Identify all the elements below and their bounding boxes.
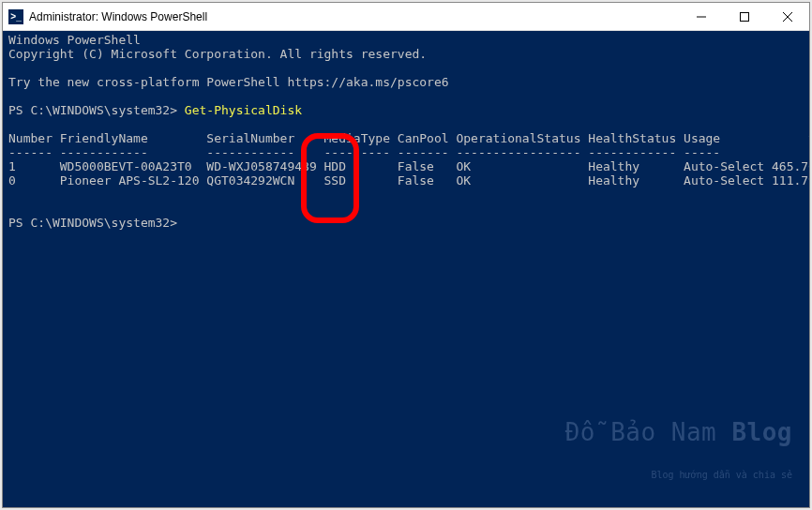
powershell-window: >_ Administrator: Windows PowerShell Win… bbox=[2, 2, 810, 508]
prompt-1-command: Get-PhysicalDisk bbox=[185, 103, 302, 117]
powershell-icon: >_ bbox=[8, 9, 23, 24]
close-icon bbox=[783, 12, 792, 22]
window-title: Administrator: Windows PowerShell bbox=[29, 10, 680, 23]
minimize-icon bbox=[697, 12, 706, 22]
table-header: Number FriendlyName SerialNumber MediaTy… bbox=[8, 131, 809, 145]
titlebar[interactable]: >_ Administrator: Windows PowerShell bbox=[3, 3, 809, 31]
watermark-text-b: Blog bbox=[731, 418, 792, 446]
svg-rect-1 bbox=[741, 12, 749, 21]
table-divider: ------ ------------ ------------ -------… bbox=[8, 145, 809, 159]
watermark-subtext: Blog hướng dẫn và chia sẻ bbox=[565, 468, 792, 482]
intro-line-3: Try the new cross-platform PowerShell ht… bbox=[8, 75, 449, 89]
prompt-2-path: PS C:\WINDOWS\system32> bbox=[8, 216, 185, 230]
prompt-1-path: PS C:\WINDOWS\system32> bbox=[8, 103, 185, 117]
maximize-icon bbox=[740, 12, 749, 22]
minimize-button[interactable] bbox=[680, 3, 723, 31]
intro-line-2: Copyright (C) Microsoft Corporation. All… bbox=[8, 47, 427, 61]
close-button[interactable] bbox=[766, 3, 809, 31]
table-row: 0 Pioneer APS-SL2-120 QGT034292WCN SSD F… bbox=[8, 173, 809, 188]
terminal-area[interactable]: Windows PowerShell Copyright (C) Microso… bbox=[3, 31, 809, 507]
table-row: 1 WD5000BEVT-00A23T0 WD-WXJ058749489 HDD… bbox=[8, 159, 809, 173]
window-controls bbox=[680, 3, 809, 31]
watermark-text-a: Đỗ Bảo Nam bbox=[565, 418, 732, 446]
maximize-button[interactable] bbox=[723, 3, 766, 31]
intro-line-1: Windows PowerShell bbox=[8, 33, 141, 47]
watermark: Đỗ Bảo Nam Blog Blog hướng dẫn và chia s… bbox=[565, 398, 792, 496]
